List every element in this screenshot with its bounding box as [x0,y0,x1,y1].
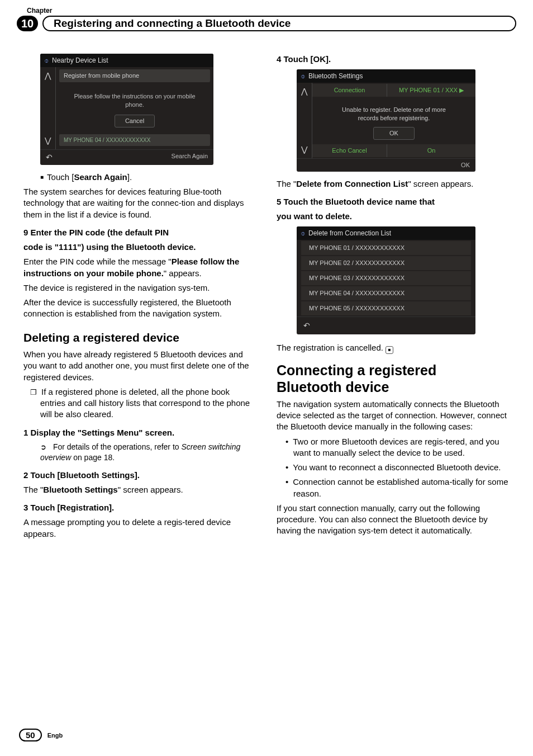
list-item[interactable]: MY PHONE 01 / XXXXXXXXXXXX [301,241,471,255]
step-3: 3 Touch [Registration]. [23,502,256,513]
paragraph-r1: The "Delete from Connection List" screen… [277,178,510,190]
paragraph-1: The system searches for devices featurin… [23,186,256,220]
paragraph-5: When you have already registered 5 Bluet… [23,349,256,383]
side-nav: ⋀ ⋁ [40,67,56,149]
list-item[interactable]: MY PHONE 02 / XXXXXXXXXXXX [301,256,471,270]
echo-row[interactable]: Echo Cancel On [312,144,475,157]
paragraph-4: After the device is successfully registe… [23,297,256,320]
list-item[interactable]: MY PHONE 04 / XXXXXXXXXXXX [301,286,471,300]
page-footer: 50 Engb [19,729,63,741]
language-code: Engb [47,732,63,739]
shot-titlebar: ⌽ Nearby Device List [40,54,213,67]
step-2: 2 Touch [Bluetooth Settings]. [23,470,256,481]
bullet-1: Two or more Bluetooth devices are regis-… [277,436,510,459]
msg-line2: records before registering. [317,114,471,122]
msg-line2: phone. [64,101,206,109]
paragraph-6: The "Bluetooth Settings" screen appears. [23,484,256,495]
shot2-footer: OK [297,158,475,172]
bullet-2: You want to reconnect a disconnected Blu… [277,462,510,473]
msg-line1: Unable to register. Delete one of more [317,106,471,114]
step-5a: 5 Touch the Bluetooth device name that [277,196,510,207]
bluetooth-icon: ⌽ [301,229,305,238]
ref-1: For details of the operations, refer to … [23,442,256,463]
shot-title: Nearby Device List [52,56,108,65]
bullet-icon [40,172,47,182]
screenshot-nearby-device-list: ⌽ Nearby Device List ⋀ ⋁ Register from m… [40,54,213,165]
touch-search-line: Touch [Search Again]. [23,172,256,183]
note-1: If a registered phone is deleted, all th… [23,386,256,420]
bullet-3: Connection cannot be established automa-… [277,476,510,499]
step-9b: code is "1111") using the Bluetooth devi… [23,242,256,253]
page-header: Chapter 10 Registering and connecting a … [0,0,533,31]
up-arrow-icon[interactable]: ⋀ [45,70,51,81]
shot3-footer: ↶ [297,316,475,334]
down-arrow-icon[interactable]: ⋁ [301,144,307,155]
back-icon[interactable]: ↶ [303,321,310,330]
chapter-title: Registering and connecting a Bluetooth d… [54,17,291,30]
step-4: 4 Touch [OK]. [277,54,510,65]
shot2-titlebar: ⌽ Bluetooth Settings [297,69,475,83]
right-column: 4 Touch [OK]. ⌽ Bluetooth Settings ⋀ ⋁ C… [277,54,510,543]
list-item[interactable]: MY PHONE 05 / XXXXXXXXXXXX [301,301,471,315]
shot3-title: Delete from Connection List [308,229,391,238]
shot2-title: Bluetooth Settings [308,72,363,81]
cancel-button[interactable]: Cancel [115,115,155,127]
shot-footer: ↶ Search Again [40,149,213,165]
list-item[interactable]: MY PHONE 03 / XXXXXXXXXXXX [301,271,471,285]
msg-line1: Please follow the instructions on your m… [64,92,206,101]
step-9a: 9 Enter the PIN code (the default PIN [23,227,256,238]
end-section-icon: ■ [386,346,393,354]
paragraph-2: Enter the PIN code while the message "Pl… [23,256,256,279]
message-area: Please follow the instructions on your m… [59,83,210,133]
connection-row[interactable]: Connection MY PHONE 01 / XXX ▶ [312,84,475,97]
paragraph-r2: The registration is cancelled. ■ [277,342,510,354]
connection-value: MY PHONE 01 / XXX ▶ [387,84,475,97]
ok-footer[interactable]: OK [461,161,470,169]
connection-label: Connection [312,84,387,97]
up-arrow-icon[interactable]: ⋀ [301,86,307,97]
down-arrow-icon[interactable]: ⋁ [45,135,51,146]
screenshot-bluetooth-settings: ⌽ Bluetooth Settings ⋀ ⋁ Connection MY P… [297,69,475,171]
step-1: 1 Display the "Settings Menu" screen. [23,427,256,438]
back-icon[interactable]: ↶ [46,152,53,163]
chapter-label: Chapter [27,7,516,15]
paragraph-r4: If you start connection manually, carry … [277,503,510,537]
page-number: 50 [19,729,42,741]
left-column: ⌽ Nearby Device List ⋀ ⋁ Register from m… [23,54,256,543]
device-row[interactable]: MY PHONE 04 / XXXXXXXXXXXX [59,134,210,147]
paragraph-7: A message prompting you to delete a regi… [23,517,256,540]
register-row[interactable]: Register from mobile phone [59,69,210,82]
search-again-button[interactable]: Search Again [172,152,208,163]
chapter-title-pill: Registering and connecting a Bluetooth d… [42,16,516,31]
paragraph-r3: The navigation system automatically conn… [277,399,510,433]
ok-button[interactable]: OK [373,127,415,140]
heading-connecting-b: Bluetooth device [277,379,510,395]
side-nav: ⋀ ⋁ [297,83,312,158]
echo-value: On [387,144,475,157]
bluetooth-icon: ⌽ [45,56,49,65]
content-area: ⌽ Nearby Device List ⋀ ⋁ Register from m… [0,31,533,543]
heading-deleting: Deleting a registered device [23,330,256,346]
chapter-bar: 10 Registering and connecting a Bluetoot… [17,16,516,31]
screenshot-delete-list: ⌽ Delete from Connection List MY PHONE 0… [297,226,475,334]
chapter-number: 10 [17,16,38,31]
step-5b: you want to delete. [277,211,510,222]
paragraph-3: The device is registered in the navigati… [23,282,256,294]
heading-connecting-a: Connecting a registered [277,362,510,379]
settings-message: Unable to register. Delete one of more r… [312,98,475,127]
echo-label: Echo Cancel [312,144,387,157]
bluetooth-icon: ⌽ [301,72,305,81]
shot3-titlebar: ⌽ Delete from Connection List [297,226,475,240]
